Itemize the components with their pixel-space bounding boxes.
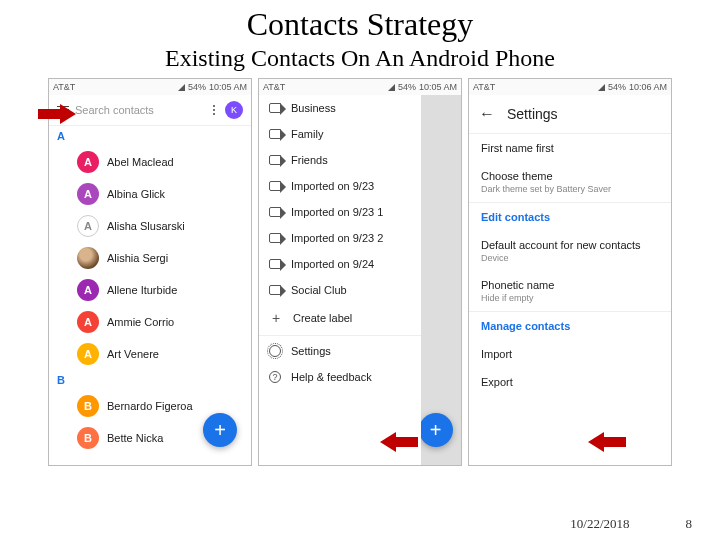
contact-name: Ammie Corrio bbox=[107, 316, 174, 328]
label-icon bbox=[269, 207, 281, 217]
settings-edit-link[interactable]: Edit contacts bbox=[469, 203, 671, 231]
screenshot-contacts-list: AT&T 54% 10:05 AM Search contacts K A AA… bbox=[48, 78, 252, 466]
label-icon bbox=[269, 155, 281, 165]
signal-icon bbox=[178, 84, 185, 91]
drawer-label-item[interactable]: Social Club bbox=[259, 277, 421, 303]
label-icon bbox=[269, 129, 281, 139]
contact-row[interactable]: AAlisha Slusarski bbox=[49, 210, 251, 242]
settings-item-label: Choose theme bbox=[481, 170, 659, 182]
slide-date: 10/22/2018 bbox=[570, 516, 629, 532]
section-header-a: A bbox=[49, 126, 251, 146]
settings-import[interactable]: Import bbox=[469, 340, 671, 368]
annotation-arrow-export bbox=[588, 432, 626, 452]
battery-label: 54% bbox=[608, 82, 626, 92]
gear-icon bbox=[269, 345, 281, 357]
settings-item-label: First name first bbox=[481, 142, 659, 154]
search-placeholder[interactable]: Search contacts bbox=[75, 104, 203, 116]
settings-appbar: ← Settings bbox=[469, 95, 671, 134]
carrier-label: AT&T bbox=[263, 82, 285, 92]
drawer-label-text: Help & feedback bbox=[291, 371, 372, 383]
settings-theme[interactable]: Choose themeDark theme set by Battery Sa… bbox=[469, 162, 671, 202]
more-icon[interactable] bbox=[209, 105, 219, 115]
drawer-label-item[interactable]: Business bbox=[259, 95, 421, 121]
divider bbox=[259, 335, 421, 336]
settings-item-sub: Device bbox=[481, 253, 659, 263]
settings-title: Settings bbox=[507, 106, 558, 122]
contact-avatar-photo bbox=[77, 247, 99, 269]
contact-name: Albina Glick bbox=[107, 188, 165, 200]
signal-icon bbox=[598, 84, 605, 91]
contact-name: Art Venere bbox=[107, 348, 159, 360]
back-icon[interactable]: ← bbox=[479, 105, 495, 123]
contact-name: Allene Iturbide bbox=[107, 284, 177, 296]
drawer-label-item[interactable]: Imported on 9/23 bbox=[259, 173, 421, 199]
contact-row[interactable]: AAmmie Corrio bbox=[49, 306, 251, 338]
contact-avatar: B bbox=[77, 395, 99, 417]
annotation-arrow-hamburger bbox=[38, 104, 76, 124]
contact-row[interactable]: AAlbina Glick bbox=[49, 178, 251, 210]
contact-avatar: B bbox=[77, 427, 99, 449]
settings-phonetic[interactable]: Phonetic nameHide if empty bbox=[469, 271, 671, 311]
screenshot-settings: AT&T 54% 10:06 AM ← Settings First name … bbox=[468, 78, 672, 466]
settings-sort-by[interactable]: First name first bbox=[469, 134, 671, 162]
clock-label: 10:05 AM bbox=[419, 82, 457, 92]
contact-row[interactable]: Alishia Sergi bbox=[49, 242, 251, 274]
android-statusbar: AT&T 54% 10:06 AM bbox=[469, 79, 671, 95]
settings-item-label: Export bbox=[481, 376, 659, 388]
annotation-arrow-settings bbox=[380, 432, 418, 452]
contact-name: Bernardo Figeroa bbox=[107, 400, 193, 412]
label-icon bbox=[269, 181, 281, 191]
clock-label: 10:05 AM bbox=[209, 82, 247, 92]
drawer-label-item[interactable]: Friends bbox=[259, 147, 421, 173]
drawer-label-text: Family bbox=[291, 128, 323, 140]
drawer-label-item[interactable]: Imported on 9/23 1 bbox=[259, 199, 421, 225]
slide-title: Contacts Strategy bbox=[0, 6, 720, 43]
contacts-searchbar[interactable]: Search contacts K bbox=[49, 95, 251, 126]
drawer-label-item[interactable]: Family bbox=[259, 121, 421, 147]
drawer-help-item[interactable]: ?Help & feedback bbox=[259, 364, 421, 390]
carrier-label: AT&T bbox=[53, 82, 75, 92]
settings-item-label: Phonetic name bbox=[481, 279, 659, 291]
settings-manage-link[interactable]: Manage contacts bbox=[469, 312, 671, 340]
settings-item-label: Default account for new contacts bbox=[481, 239, 659, 251]
slide-number: 8 bbox=[686, 516, 693, 532]
drawer-settings-item[interactable]: Settings bbox=[259, 338, 421, 364]
signal-icon bbox=[388, 84, 395, 91]
contact-name: Bette Nicka bbox=[107, 432, 163, 444]
settings-item-sub: Hide if empty bbox=[481, 293, 659, 303]
android-statusbar: AT&T 54% 10:05 AM bbox=[259, 79, 461, 95]
plus-icon: + bbox=[269, 310, 283, 326]
help-icon: ? bbox=[269, 371, 281, 383]
add-contact-fab[interactable]: + bbox=[419, 413, 453, 447]
drawer-label-text: Social Club bbox=[291, 284, 347, 296]
drawer-label-text: Imported on 9/23 2 bbox=[291, 232, 383, 244]
drawer-label-text: Settings bbox=[291, 345, 331, 357]
drawer-label-item[interactable]: Imported on 9/23 2 bbox=[259, 225, 421, 251]
screenshot-row: AT&T 54% 10:05 AM Search contacts K A AA… bbox=[48, 78, 672, 466]
section-header-b: B bbox=[49, 370, 251, 390]
drawer-label-text: Business bbox=[291, 102, 336, 114]
settings-item-sub: Dark theme set by Battery Saver bbox=[481, 184, 659, 194]
drawer-create-label[interactable]: +Create label bbox=[259, 303, 421, 333]
contact-name: Alisha Slusarski bbox=[107, 220, 185, 232]
nav-drawer: Business Family Friends Imported on 9/23… bbox=[259, 95, 421, 465]
drawer-label-item[interactable]: Imported on 9/24 bbox=[259, 251, 421, 277]
slide-subtitle: Existing Contacts On An Android Phone bbox=[0, 45, 720, 72]
add-contact-fab[interactable]: + bbox=[203, 413, 237, 447]
contact-row[interactable]: AArt Venere bbox=[49, 338, 251, 370]
label-icon bbox=[269, 233, 281, 243]
drawer-label-text: Imported on 9/23 1 bbox=[291, 206, 383, 218]
drawer-label-text: Friends bbox=[291, 154, 328, 166]
settings-export[interactable]: Export bbox=[469, 368, 671, 396]
drawer-scrim[interactable]: + bbox=[421, 95, 461, 465]
account-avatar[interactable]: K bbox=[225, 101, 243, 119]
carrier-label: AT&T bbox=[473, 82, 495, 92]
contact-row[interactable]: AAbel Maclead bbox=[49, 146, 251, 178]
drawer-label-text: Create label bbox=[293, 312, 352, 324]
drawer-label-text: Imported on 9/23 bbox=[291, 180, 374, 192]
drawer-label-text: Imported on 9/24 bbox=[291, 258, 374, 270]
contact-avatar: A bbox=[77, 343, 99, 365]
settings-default-account[interactable]: Default account for new contactsDevice bbox=[469, 231, 671, 271]
contact-row[interactable]: AAllene Iturbide bbox=[49, 274, 251, 306]
android-statusbar: AT&T 54% 10:05 AM bbox=[49, 79, 251, 95]
